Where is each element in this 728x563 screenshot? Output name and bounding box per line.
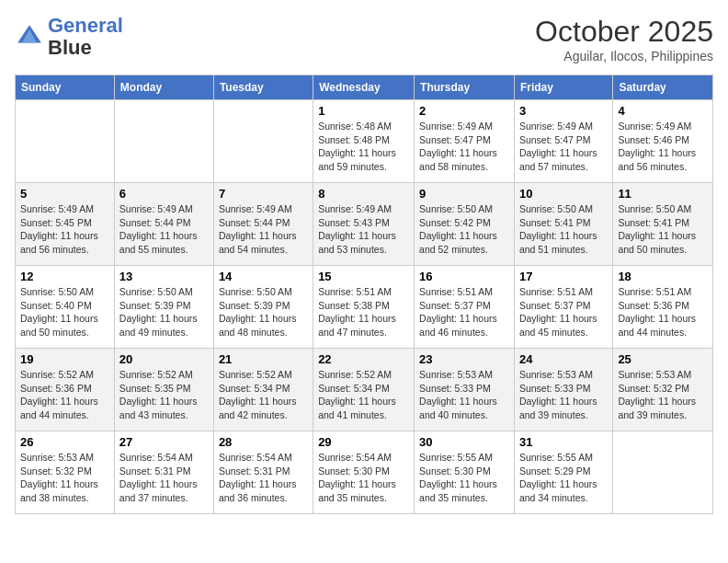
page-header: GeneralBlue October 2025 Aguilar, Ilocos… — [15, 15, 713, 63]
day-number: 15 — [318, 270, 409, 283]
day-info: Sunrise: 5:49 AM Sunset: 5:43 PM Dayligh… — [318, 202, 409, 257]
day-number: 13 — [119, 270, 209, 283]
calendar-cell: 12Sunrise: 5:50 AM Sunset: 5:40 PM Dayli… — [16, 266, 115, 349]
day-info: Sunrise: 5:49 AM Sunset: 5:47 PM Dayligh… — [519, 120, 608, 174]
day-info: Sunrise: 5:54 AM Sunset: 5:30 PM Dayligh… — [318, 451, 409, 505]
day-info: Sunrise: 5:54 AM Sunset: 5:31 PM Dayligh… — [119, 451, 209, 505]
logo: GeneralBlue — [15, 15, 123, 59]
calendar-cell: 29Sunrise: 5:54 AM Sunset: 5:30 PM Dayli… — [313, 431, 415, 514]
calendar-cell — [114, 100, 213, 183]
calendar-cell: 3Sunrise: 5:49 AM Sunset: 5:47 PM Daylig… — [514, 100, 612, 183]
day-info: Sunrise: 5:50 AM Sunset: 5:40 PM Dayligh… — [20, 285, 109, 339]
calendar-cell: 13Sunrise: 5:50 AM Sunset: 5:39 PM Dayli… — [114, 266, 213, 349]
day-info: Sunrise: 5:53 AM Sunset: 5:33 PM Dayligh… — [519, 368, 608, 422]
day-number: 23 — [419, 352, 509, 366]
day-info: Sunrise: 5:50 AM Sunset: 5:39 PM Dayligh… — [119, 285, 209, 339]
day-number: 6 — [119, 187, 209, 201]
day-info: Sunrise: 5:52 AM Sunset: 5:35 PM Dayligh… — [119, 368, 209, 422]
calendar-cell: 17Sunrise: 5:51 AM Sunset: 5:37 PM Dayli… — [514, 266, 612, 349]
weekday-header-tuesday: Tuesday — [213, 75, 313, 100]
calendar-cell: 15Sunrise: 5:51 AM Sunset: 5:38 PM Dayli… — [313, 266, 415, 349]
calendar-cell: 7Sunrise: 5:49 AM Sunset: 5:44 PM Daylig… — [213, 183, 313, 266]
calendar-cell: 19Sunrise: 5:52 AM Sunset: 5:36 PM Dayli… — [16, 349, 115, 431]
day-info: Sunrise: 5:52 AM Sunset: 5:36 PM Dayligh… — [20, 368, 109, 422]
day-number: 12 — [20, 270, 109, 283]
day-info: Sunrise: 5:53 AM Sunset: 5:33 PM Dayligh… — [419, 368, 509, 422]
day-info: Sunrise: 5:49 AM Sunset: 5:46 PM Dayligh… — [618, 120, 708, 174]
day-info: Sunrise: 5:49 AM Sunset: 5:45 PM Dayligh… — [20, 202, 109, 257]
day-number: 31 — [519, 435, 608, 449]
day-info: Sunrise: 5:52 AM Sunset: 5:34 PM Dayligh… — [318, 368, 409, 422]
day-number: 17 — [519, 270, 608, 283]
day-number: 18 — [618, 270, 708, 283]
calendar-cell: 22Sunrise: 5:52 AM Sunset: 5:34 PM Dayli… — [313, 349, 415, 431]
day-number: 26 — [20, 435, 109, 449]
day-number: 9 — [419, 187, 509, 201]
calendar-cell: 24Sunrise: 5:53 AM Sunset: 5:33 PM Dayli… — [514, 349, 612, 431]
day-number: 28 — [219, 435, 308, 449]
day-number: 19 — [20, 352, 109, 366]
calendar-cell — [613, 431, 713, 514]
day-info: Sunrise: 5:54 AM Sunset: 5:31 PM Dayligh… — [219, 451, 308, 505]
weekday-header-monday: Monday — [114, 75, 213, 100]
logo-text: GeneralBlue — [48, 15, 123, 59]
calendar-cell: 11Sunrise: 5:50 AM Sunset: 5:41 PM Dayli… — [613, 183, 713, 266]
day-info: Sunrise: 5:53 AM Sunset: 5:32 PM Dayligh… — [618, 368, 708, 422]
day-number: 7 — [219, 187, 308, 201]
calendar-cell: 1Sunrise: 5:48 AM Sunset: 5:48 PM Daylig… — [313, 100, 415, 183]
day-number: 27 — [119, 435, 209, 449]
calendar-cell: 6Sunrise: 5:49 AM Sunset: 5:44 PM Daylig… — [114, 183, 213, 266]
day-info: Sunrise: 5:52 AM Sunset: 5:34 PM Dayligh… — [219, 368, 308, 422]
calendar-cell: 9Sunrise: 5:50 AM Sunset: 5:42 PM Daylig… — [415, 183, 515, 266]
day-info: Sunrise: 5:49 AM Sunset: 5:47 PM Dayligh… — [419, 120, 509, 174]
calendar-cell: 8Sunrise: 5:49 AM Sunset: 5:43 PM Daylig… — [313, 183, 415, 266]
day-info: Sunrise: 5:50 AM Sunset: 5:39 PM Dayligh… — [219, 285, 308, 339]
day-number: 5 — [20, 187, 109, 201]
day-number: 24 — [519, 352, 608, 366]
calendar-cell: 25Sunrise: 5:53 AM Sunset: 5:32 PM Dayli… — [613, 349, 713, 431]
day-number: 22 — [318, 352, 409, 366]
day-info: Sunrise: 5:51 AM Sunset: 5:36 PM Dayligh… — [618, 285, 708, 339]
weekday-header-saturday: Saturday — [613, 75, 713, 100]
logo-icon — [15, 22, 44, 52]
calendar-cell: 18Sunrise: 5:51 AM Sunset: 5:36 PM Dayli… — [613, 266, 713, 349]
calendar-table: SundayMondayTuesdayWednesdayThursdayFrid… — [15, 75, 713, 514]
location-subtitle: Aguilar, Ilocos, Philippines — [535, 49, 713, 63]
day-number: 20 — [119, 352, 209, 366]
week-row-3: 12Sunrise: 5:50 AM Sunset: 5:40 PM Dayli… — [16, 266, 713, 349]
day-info: Sunrise: 5:50 AM Sunset: 5:42 PM Dayligh… — [419, 202, 509, 257]
month-title: October 2025 — [535, 15, 713, 49]
day-info: Sunrise: 5:50 AM Sunset: 5:41 PM Dayligh… — [618, 202, 708, 257]
day-number: 29 — [318, 435, 409, 449]
calendar-cell: 27Sunrise: 5:54 AM Sunset: 5:31 PM Dayli… — [114, 431, 213, 514]
day-number: 1 — [318, 104, 409, 118]
day-info: Sunrise: 5:55 AM Sunset: 5:29 PM Dayligh… — [519, 451, 608, 505]
calendar-cell: 23Sunrise: 5:53 AM Sunset: 5:33 PM Dayli… — [415, 349, 515, 431]
calendar-cell: 4Sunrise: 5:49 AM Sunset: 5:46 PM Daylig… — [613, 100, 713, 183]
day-info: Sunrise: 5:51 AM Sunset: 5:38 PM Dayligh… — [318, 285, 409, 339]
day-info: Sunrise: 5:49 AM Sunset: 5:44 PM Dayligh… — [119, 202, 209, 257]
calendar-cell: 14Sunrise: 5:50 AM Sunset: 5:39 PM Dayli… — [213, 266, 313, 349]
day-number: 8 — [318, 187, 409, 201]
day-info: Sunrise: 5:49 AM Sunset: 5:44 PM Dayligh… — [219, 202, 308, 257]
day-info: Sunrise: 5:51 AM Sunset: 5:37 PM Dayligh… — [519, 285, 608, 339]
calendar-cell — [213, 100, 313, 183]
weekday-header-thursday: Thursday — [415, 75, 515, 100]
calendar-cell: 31Sunrise: 5:55 AM Sunset: 5:29 PM Dayli… — [514, 431, 612, 514]
calendar-cell — [16, 100, 115, 183]
calendar-cell: 10Sunrise: 5:50 AM Sunset: 5:41 PM Dayli… — [514, 183, 612, 266]
day-info: Sunrise: 5:50 AM Sunset: 5:41 PM Dayligh… — [519, 202, 608, 257]
day-number: 16 — [419, 270, 509, 283]
calendar-cell: 2Sunrise: 5:49 AM Sunset: 5:47 PM Daylig… — [415, 100, 515, 183]
day-number: 2 — [419, 104, 509, 118]
day-number: 10 — [519, 187, 608, 201]
day-number: 4 — [618, 104, 708, 118]
week-row-4: 19Sunrise: 5:52 AM Sunset: 5:36 PM Dayli… — [16, 349, 713, 431]
day-number: 21 — [219, 352, 308, 366]
calendar-cell: 16Sunrise: 5:51 AM Sunset: 5:37 PM Dayli… — [415, 266, 515, 349]
weekday-header-row: SundayMondayTuesdayWednesdayThursdayFrid… — [16, 75, 713, 100]
day-info: Sunrise: 5:48 AM Sunset: 5:48 PM Dayligh… — [318, 120, 409, 174]
calendar-cell: 28Sunrise: 5:54 AM Sunset: 5:31 PM Dayli… — [213, 431, 313, 514]
calendar-cell: 20Sunrise: 5:52 AM Sunset: 5:35 PM Dayli… — [114, 349, 213, 431]
day-info: Sunrise: 5:53 AM Sunset: 5:32 PM Dayligh… — [20, 451, 109, 505]
